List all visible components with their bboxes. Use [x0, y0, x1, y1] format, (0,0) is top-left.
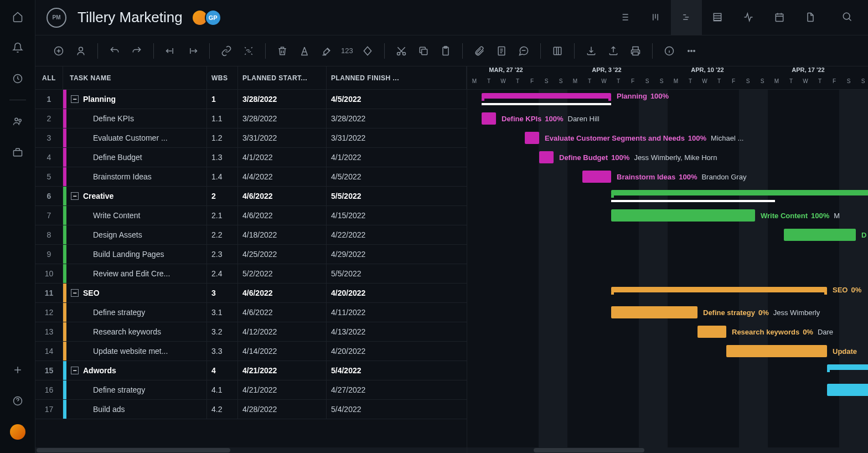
gantt-bar[interactable]: SEO0%: [611, 287, 827, 292]
wbs-cell[interactable]: 4.1: [207, 380, 238, 399]
list-view-tab[interactable]: [609, 0, 640, 35]
gantt-view-tab[interactable]: [671, 0, 702, 35]
start-cell[interactable]: 4/6/2022: [238, 284, 327, 302]
finish-cell[interactable]: 4/29/2022: [327, 250, 467, 259]
gantt-bar[interactable]: [827, 384, 868, 396]
wbs-cell[interactable]: 1.3: [207, 148, 238, 167]
start-cell[interactable]: 4/6/2022: [238, 303, 327, 322]
undo-button[interactable]: [105, 41, 125, 61]
finish-cell[interactable]: 5/4/2022: [327, 405, 467, 414]
link-button[interactable]: [216, 41, 236, 61]
copy-button[interactable]: [414, 41, 433, 61]
activity-view-tab[interactable]: [733, 0, 764, 35]
more-button[interactable]: [681, 41, 701, 61]
wbs-cell[interactable]: 1.4: [207, 167, 238, 186]
add-icon[interactable]: [8, 360, 28, 380]
gantt-row[interactable]: Define Budget100%Jess Wimberly, Mike Hor…: [467, 148, 868, 167]
comment-button[interactable]: [514, 41, 534, 61]
finish-cell[interactable]: 4/5/2022: [327, 172, 467, 181]
start-cell[interactable]: 3/28/2022: [238, 109, 327, 128]
text-style-button[interactable]: [294, 41, 314, 61]
task-row[interactable]: 9 Build Landing Pages 2.3 4/25/2022 4/29…: [35, 245, 467, 264]
gantt-row[interactable]: Brainstorm Ideas100%Brandon Gray: [467, 167, 868, 187]
avatar-gp[interactable]: GP: [205, 9, 221, 26]
start-cell[interactable]: 4/21/2022: [238, 380, 327, 399]
gantt-row[interactable]: Define KPIs100%Daren Hill: [467, 109, 868, 128]
member-avatars[interactable]: GP: [192, 9, 218, 26]
collapse-icon[interactable]: −: [71, 192, 79, 200]
col-wbs[interactable]: WBS: [207, 66, 238, 89]
notes-button[interactable]: [492, 41, 512, 61]
task-name-cell[interactable]: Evaluate Customer ...: [66, 128, 207, 147]
finish-cell[interactable]: 4/1/2022: [327, 153, 467, 162]
clear-format-button[interactable]: [317, 41, 337, 61]
outdent-button[interactable]: [161, 41, 180, 61]
task-row[interactable]: 5 Brainstorm Ideas 1.4 4/4/2022 4/5/2022: [35, 167, 467, 187]
start-cell[interactable]: 4/21/2022: [238, 361, 327, 380]
col-task-name[interactable]: TASK NAME: [63, 66, 207, 89]
finish-cell[interactable]: 4/22/2022: [327, 230, 467, 239]
board-view-tab[interactable]: [640, 0, 671, 35]
finish-cell[interactable]: 4/15/2022: [327, 211, 467, 220]
gantt-row[interactable]: [467, 400, 868, 419]
start-cell[interactable]: 4/4/2022: [238, 167, 327, 186]
task-row[interactable]: 4 Define Budget 1.3 4/1/2022 4/1/2022: [35, 148, 467, 167]
finish-cell[interactable]: 5/4/2022: [327, 366, 467, 375]
gantt-row[interactable]: Write Content100%M: [467, 206, 868, 225]
task-row[interactable]: 15 −Adwords 4 4/21/2022 5/4/2022: [35, 361, 467, 380]
task-row[interactable]: 17 Build ads 4.2 4/28/2022 5/4/2022: [35, 400, 467, 419]
finish-cell[interactable]: 3/28/2022: [327, 114, 467, 123]
finish-cell[interactable]: 5/5/2022: [327, 269, 467, 278]
numbering-label[interactable]: 123: [339, 47, 355, 55]
gantt-row[interactable]: Define strategy0%Jess Wimberly: [467, 303, 868, 322]
gantt-bar[interactable]: Write Content100%M: [611, 209, 755, 222]
gantt-row[interactable]: [467, 380, 868, 400]
wbs-cell[interactable]: 2: [207, 187, 238, 205]
collapse-icon[interactable]: −: [71, 95, 79, 103]
start-cell[interactable]: 4/14/2022: [238, 342, 327, 361]
start-cell[interactable]: 4/25/2022: [238, 245, 327, 264]
task-name-cell[interactable]: Review and Edit Cre...: [66, 264, 207, 283]
clock-icon[interactable]: [8, 69, 28, 89]
task-name-cell[interactable]: Brainstorm Ideas: [66, 167, 207, 186]
task-row[interactable]: 12 Define strategy 3.1 4/6/2022 4/11/202…: [35, 303, 467, 322]
home-icon[interactable]: [8, 7, 28, 27]
grid-scrollbar[interactable]: [35, 447, 467, 453]
gantt-bar[interactable]: Define Budget100%Jess Wimberly, Mike Hor…: [539, 151, 554, 163]
wbs-cell[interactable]: 1.1: [207, 109, 238, 128]
col-all[interactable]: ALL: [35, 66, 63, 89]
gantt-row[interactable]: Update: [467, 342, 868, 361]
wbs-cell[interactable]: 1.2: [207, 128, 238, 147]
task-name-cell[interactable]: Research keywords: [66, 322, 207, 341]
gantt-row[interactable]: D: [467, 225, 868, 245]
collapse-icon[interactable]: −: [71, 367, 79, 374]
info-button[interactable]: [659, 41, 679, 61]
wbs-cell[interactable]: 4: [207, 361, 238, 380]
indent-button[interactable]: [183, 41, 203, 61]
task-name-cell[interactable]: Build Landing Pages: [66, 245, 207, 264]
gantt-row[interactable]: [467, 264, 868, 284]
task-name-cell[interactable]: −Creative: [66, 187, 207, 205]
delete-button[interactable]: [272, 41, 292, 61]
redo-button[interactable]: [127, 41, 147, 61]
task-name-cell[interactable]: Write Content: [66, 206, 207, 225]
task-name-cell[interactable]: Define strategy: [66, 303, 207, 322]
task-name-cell[interactable]: Define strategy: [66, 380, 207, 399]
assign-button[interactable]: [71, 41, 91, 61]
finish-cell[interactable]: 4/27/2022: [327, 385, 467, 394]
task-row[interactable]: 13 Research keywords 3.2 4/12/2022 4/13/…: [35, 322, 467, 342]
finish-cell[interactable]: 4/20/2022: [327, 289, 467, 297]
attachment-button[interactable]: [469, 41, 489, 61]
wbs-cell[interactable]: 2.2: [207, 225, 238, 244]
wbs-cell[interactable]: 3.1: [207, 303, 238, 322]
paste-button[interactable]: [436, 41, 456, 61]
gantt-bar[interactable]: Research keywords0%Dare: [698, 326, 726, 338]
user-avatar-icon[interactable]: [8, 422, 28, 442]
gantt-bar[interactable]: [611, 190, 868, 195]
gantt-row[interactable]: Planning100%: [467, 90, 868, 109]
print-button[interactable]: [626, 41, 645, 61]
gantt-row[interactable]: Evaluate Customer Segments and Needs100%…: [467, 128, 868, 148]
file-view-tab[interactable]: [795, 0, 826, 35]
gantt-bar[interactable]: [827, 364, 868, 370]
unlink-button[interactable]: [239, 41, 259, 61]
